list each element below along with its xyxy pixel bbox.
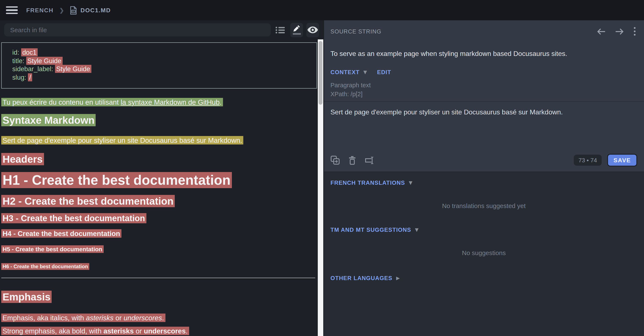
context-xpath: XPath: /p[2]	[330, 90, 637, 99]
translations-empty-message: No translations suggested yet	[330, 202, 637, 209]
untranslated-string-emphasis[interactable]: Emphasis, aka italics, with asterisks or…	[1, 313, 318, 322]
frontmatter-key: title:	[12, 57, 24, 64]
strong-text: or	[134, 327, 144, 335]
save-button[interactable]: SAVE	[607, 154, 637, 166]
character-counter: 73 • 74	[574, 155, 602, 166]
emphasis-text: or	[114, 314, 124, 321]
untranslated-heading-h5[interactable]: H5 - Create the best documentation	[1, 246, 318, 253]
frontmatter-line: title: Style Guide	[12, 57, 316, 65]
strings-list-button[interactable]	[274, 23, 287, 37]
chevron-down-icon: ▼	[363, 70, 367, 75]
edit-mode-button[interactable]	[290, 23, 303, 37]
untranslated-heading-headers[interactable]: Headers	[1, 153, 318, 165]
untranslated-heading-h6[interactable]: H6 - Create the best documentation	[1, 264, 318, 270]
frontmatter-value-string[interactable]: Style Guide	[55, 65, 92, 73]
more-options-button[interactable]	[633, 26, 636, 37]
breadcrumb-file[interactable]: DOC1.MD	[80, 7, 111, 14]
document-panel: id: doc1 title: Style Guide sidebar_labe…	[0, 20, 324, 336]
preview-mode-button[interactable]	[306, 23, 319, 37]
clear-field-button[interactable]	[365, 156, 375, 164]
horizontal-rule	[1, 277, 315, 278]
untranslated-string-strong[interactable]: Strong emphasis, aka bold, with asterisk…	[1, 327, 318, 335]
edit-context-button[interactable]: EDIT	[377, 69, 391, 75]
frontmatter-line: id: doc1	[12, 48, 316, 57]
translation-input[interactable]: Sert de page d'exemple pour styliser un …	[330, 108, 637, 116]
text-field-cursor-icon	[365, 156, 375, 164]
github-markdown-link[interactable]: la syntaxe Markdown de GitHub	[120, 98, 220, 106]
source-string-label: SOURCE STRING	[330, 28, 382, 35]
delete-translation-button[interactable]	[349, 156, 356, 164]
scrollbar-thumb[interactable]	[318, 41, 322, 105]
emphasis-text: .	[162, 314, 164, 321]
copy-source-button[interactable]	[330, 155, 340, 165]
context-toggle[interactable]: CONTEXT	[330, 69, 360, 75]
chevron-down-icon: ▼	[409, 180, 412, 186]
frontmatter-line: slug: /	[12, 73, 316, 81]
translated-heading-syntaxe[interactable]: Syntaxe Markdown	[1, 114, 318, 126]
frontmatter-key: sidebar_label:	[12, 65, 53, 72]
search-input[interactable]	[4, 23, 271, 37]
top-bar: FRENCH ❯ M↓ DOC1.MD	[0, 0, 644, 20]
strong-text: Strong emphasis, aka bold, with	[2, 327, 104, 335]
frontmatter-key: id:	[12, 49, 19, 56]
intro-period: .	[220, 98, 222, 106]
document-content: id: doc1 title: Style Guide sidebar_labe…	[0, 39, 318, 336]
list-icon	[276, 26, 286, 34]
french-translations-toggle[interactable]: FRENCH TRANSLATIONS	[330, 180, 405, 186]
emphasis-text: Emphasis, aka italics, with	[2, 314, 86, 321]
translated-string-intro[interactable]: Tu peux écrire du contenu en utilisant l…	[1, 98, 318, 106]
untranslated-heading-emphasis[interactable]: Emphasis	[1, 291, 318, 303]
intro-text: Tu peux écrire du contenu en utilisant	[2, 98, 120, 106]
untranslated-heading-h1[interactable]: H1 - Create the best documentation	[1, 173, 318, 188]
previous-string-button[interactable]	[596, 28, 606, 35]
next-string-button[interactable]	[615, 28, 624, 35]
untranslated-heading-h4[interactable]: H4 - Create the best documentation	[1, 229, 318, 238]
source-string-text: To serve as an example page when styling…	[330, 50, 637, 58]
markdown-file-icon: M↓	[70, 6, 77, 15]
frontmatter-value-string[interactable]: Style Guide	[26, 57, 62, 65]
chevron-down-icon: ▼	[415, 227, 418, 233]
frontmatter-block: id: doc1 title: Style Guide sidebar_labe…	[1, 42, 317, 89]
breadcrumb-project[interactable]: FRENCH	[26, 7, 54, 14]
arrow-right-icon	[615, 28, 624, 35]
translation-panel: SOURCE STRING	[324, 20, 644, 336]
eye-icon	[307, 26, 318, 34]
frontmatter-value-string[interactable]: /	[28, 73, 32, 81]
frontmatter-key: slug:	[12, 74, 26, 81]
arrow-left-icon	[596, 28, 606, 35]
document-scrollbar[interactable]	[318, 39, 323, 336]
italic-word: underscores	[124, 314, 162, 321]
untranslated-heading-h2[interactable]: H2 - Create the best documentation	[1, 195, 318, 207]
translation-editor-section: Sert de page d'exemple pour styliser un …	[324, 101, 644, 172]
bold-word: underscores	[144, 327, 186, 335]
chevron-right-collapsed-icon: ▶	[396, 275, 400, 281]
frontmatter-line: sidebar_label: Style Guide	[12, 65, 316, 73]
context-type: Paragraph text	[330, 81, 637, 90]
file-toolbar	[0, 20, 324, 39]
svg-text:M↓: M↓	[72, 10, 76, 13]
chevron-right-icon: ❯	[60, 7, 64, 13]
trash-icon	[349, 156, 356, 164]
tm-suggestions-toggle[interactable]: TM AND MT SUGGESTIONS	[330, 227, 411, 233]
bold-word: asterisks	[104, 327, 134, 335]
suggestions-section: FRENCH TRANSLATIONS ▼ No translations su…	[324, 172, 644, 336]
tm-empty-message: No suggestions	[330, 249, 637, 256]
pencil-icon	[293, 25, 300, 32]
italic-word: asterisks	[86, 314, 114, 321]
selected-string[interactable]: Sert de page d'exemple pour styliser un …	[1, 136, 318, 144]
source-string-section: SOURCE STRING	[324, 20, 644, 101]
menu-icon[interactable]	[6, 6, 18, 14]
frontmatter-value-string[interactable]: doc1	[21, 48, 38, 56]
other-languages-toggle[interactable]: OTHER LANGUAGES	[330, 275, 392, 281]
untranslated-heading-h3[interactable]: H3 - Create the best documentation	[1, 213, 318, 223]
copy-source-icon	[330, 155, 340, 165]
strong-text: .	[186, 327, 188, 335]
